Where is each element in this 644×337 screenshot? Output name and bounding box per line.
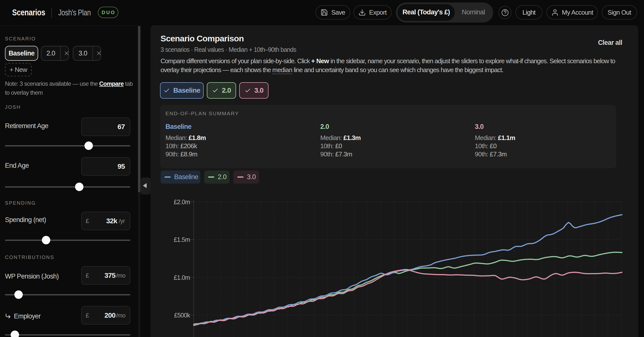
svg-text:£1.0m: £1.0m [174, 274, 190, 281]
svg-text:£2.0m: £2.0m [174, 198, 190, 205]
svg-text:£500k: £500k [174, 312, 190, 319]
svg-text:£1.5m: £1.5m [174, 236, 190, 243]
